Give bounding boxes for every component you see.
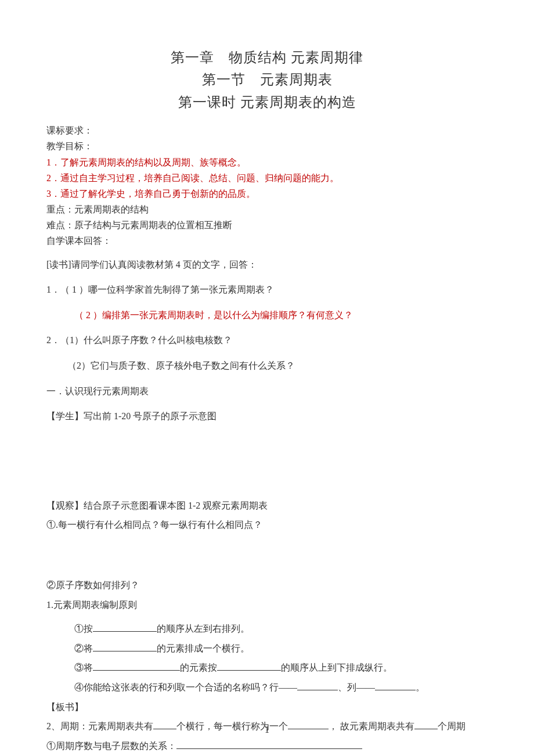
key-point: 重点：元素周期表的结构	[46, 201, 488, 217]
observe-q2: ②原子序数如何排列？	[46, 575, 488, 595]
objective-1: 1．了解元素周期表的结构以及周期、族等概念。	[46, 154, 488, 170]
p4-post: 。	[416, 682, 425, 692]
page-number: 1	[0, 722, 534, 739]
blank-input[interactable]	[93, 661, 180, 671]
blank-input[interactable]	[297, 681, 338, 690]
difficulty: 难点：原子结构与元素周期表的位置相互推断	[46, 217, 488, 233]
p3-post: 的顺序从上到下排成纵行。	[281, 663, 392, 672]
objective-3: 3．通过了解化学史，培养自己勇于创新的的品质。	[46, 186, 488, 201]
question-2a: 2．（1）什么叫原子序数？什么叫核电核数？	[46, 330, 488, 350]
chapter-title: 第一章 物质结构 元素周期律	[46, 46, 488, 69]
principle-1: ①按的顺序从左到右排列。	[46, 619, 488, 639]
question-1a: 1．（ 1 ）哪一位科学家首先制得了第一张元素周期表？	[46, 280, 488, 300]
observe-q1: ①.每一横行有什么相同点？每一纵行有什么相同点？	[46, 515, 488, 535]
reading-instruction: [读书]请同学们认真阅读教材第 4 页的文字，回答：	[46, 255, 488, 275]
requirement-label: 课标要求：	[46, 123, 488, 138]
observe-task: 【观察】结合原子示意图看课本图 1-2 观察元素周期表	[46, 496, 488, 516]
p1-post: 的顺序从左到右排列。	[157, 624, 250, 633]
question-2b: （2）它们与质子数、原子核外电子数之间有什么关系？	[46, 356, 488, 376]
p4-pre: ④你能给这张表的行和列取一个合适的名称吗？行——	[74, 682, 297, 692]
p3-pre: ③将	[74, 663, 93, 672]
p2-pre: ②将	[74, 643, 93, 653]
p3-mid: 的元素按	[180, 663, 217, 672]
blank-input[interactable]	[217, 661, 281, 671]
principle-4: ④你能给这张表的行和列取一个合适的名称吗？行——、列——。	[46, 678, 488, 697]
blank-input[interactable]	[93, 642, 157, 651]
student-task: 【学生】写出前 1-20 号原子的原子示意图	[46, 406, 488, 426]
section1-heading: 一．认识现行元素周期表	[46, 381, 488, 401]
principle-2: ②将的元素排成一个横行。	[46, 639, 488, 658]
blank-input[interactable]	[176, 740, 362, 749]
p4-mid: 、列——	[338, 682, 375, 692]
relation-pre: ①周期序数与电子层数的关系：	[46, 741, 176, 751]
principle-3: ③将的元素按的顺序从上到下排成纵行。	[46, 658, 488, 678]
lesson-title: 第一课时 元素周期表的构造	[46, 91, 488, 113]
board-label: 【板书】	[46, 697, 488, 717]
p2-post: 的元素排成一个横行。	[157, 643, 250, 653]
relation-line: ①周期序数与电子层数的关系：	[46, 736, 488, 756]
objectives-label: 教学目标：	[46, 138, 488, 154]
question-1b: （ 2 ）编排第一张元素周期表时，是以什么为编排顺序？有何意义？	[46, 305, 488, 325]
principle-heading: 1.元素周期表编制原则	[46, 595, 488, 615]
objective-2: 2．通过自主学习过程，培养自己阅读、总结、问题、归纳问题的能力。	[46, 170, 488, 186]
section-title: 第一节 元素周期表	[46, 69, 488, 91]
self-study-label: 自学课本回答：	[46, 233, 488, 249]
blank-input[interactable]	[375, 681, 416, 690]
title-block: 第一章 物质结构 元素周期律 第一节 元素周期表 第一课时 元素周期表的构造	[46, 46, 488, 113]
p1-pre: ①按	[74, 624, 93, 633]
blank-input[interactable]	[93, 622, 157, 632]
